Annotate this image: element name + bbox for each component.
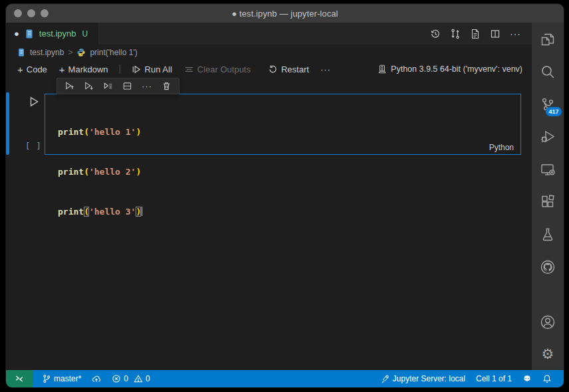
desktop: ● test.ipynb — jupyter-local ● test.i bbox=[0, 0, 569, 392]
close-window-button[interactable] bbox=[14, 9, 22, 17]
jupyter-server-status[interactable]: Jupyter Server: local bbox=[377, 370, 469, 387]
add-markdown-cell-button[interactable]: + Markdown bbox=[55, 63, 113, 76]
cell-language-picker[interactable]: Python bbox=[489, 143, 514, 152]
run-all-icon bbox=[132, 64, 142, 74]
kernel-picker[interactable]: Python 3.9.5 64-bit ('myvenv': venv) bbox=[378, 64, 522, 74]
editor-actions: ··· bbox=[430, 23, 532, 45]
status-bar-right: Jupyter Server: local Cell 1 of 1 bbox=[377, 370, 556, 387]
restart-label: Restart bbox=[281, 64, 309, 74]
vscode-window: ● test.ipynb — jupyter-local ● test.i bbox=[5, 3, 564, 388]
error-count: 0 bbox=[124, 374, 128, 383]
sidebar-item-extensions[interactable] bbox=[539, 193, 556, 211]
code-line[interactable]: print('hello 1') bbox=[58, 126, 520, 139]
split-cell-icon[interactable] bbox=[122, 81, 132, 91]
history-icon[interactable] bbox=[430, 29, 441, 39]
kernel-environment-icon bbox=[378, 64, 387, 74]
scm-pending-badge: 417 bbox=[546, 107, 562, 116]
code-line[interactable]: print('hello 2') bbox=[58, 165, 520, 179]
breadcrumb-file[interactable]: test.ipynb bbox=[30, 48, 64, 57]
breadcrumb-separator: > bbox=[68, 48, 72, 57]
breadcrumb-symbol[interactable]: print('hello 1') bbox=[90, 48, 137, 57]
compare-changes-icon[interactable] bbox=[450, 29, 461, 39]
sidebar-item-testing[interactable] bbox=[539, 226, 556, 243]
plus-icon: + bbox=[59, 64, 65, 74]
publish-changes-button[interactable] bbox=[88, 370, 105, 387]
jupyter-rocket-icon bbox=[381, 374, 390, 383]
settings-gear-icon: ⚙ bbox=[539, 346, 556, 362]
warning-count: 0 bbox=[146, 374, 150, 383]
remote-indicator[interactable] bbox=[6, 370, 33, 387]
cloud-upload-icon bbox=[92, 374, 101, 383]
notebook-icon bbox=[24, 29, 35, 39]
run-debug-icon bbox=[540, 129, 556, 145]
text-cursor bbox=[142, 207, 143, 216]
run-by-line-icon[interactable] bbox=[103, 81, 113, 91]
delete-cell-icon[interactable] bbox=[162, 81, 171, 91]
restart-button[interactable]: Restart bbox=[263, 63, 314, 76]
remote-indicator-icon bbox=[15, 374, 24, 383]
testing-icon bbox=[540, 227, 556, 243]
sidebar-item-run-debug[interactable] bbox=[539, 128, 556, 146]
notifications-button[interactable] bbox=[538, 370, 556, 387]
run-cell-button[interactable] bbox=[28, 96, 40, 108]
numbered-file-icon[interactable] bbox=[470, 29, 481, 39]
notebook-toolbar: + Code + Markdown Run All bbox=[6, 60, 532, 78]
account-icon bbox=[540, 314, 556, 330]
notebook-editor: ··· [ ] print('hello 1') print('hello 2'… bbox=[6, 78, 532, 370]
more-cell-actions-icon[interactable]: ··· bbox=[142, 81, 152, 91]
run-all-button[interactable]: Run All bbox=[127, 63, 177, 76]
branch-name: master* bbox=[54, 374, 81, 383]
sidebar-item-source-control[interactable]: 417 bbox=[539, 96, 556, 113]
error-icon bbox=[112, 374, 121, 383]
python-icon bbox=[76, 48, 86, 57]
clear-outputs-icon bbox=[184, 64, 194, 74]
copilot-status[interactable] bbox=[518, 370, 536, 387]
add-markdown-label: Markdown bbox=[68, 64, 108, 74]
minimize-window-button[interactable] bbox=[27, 9, 35, 17]
git-branch-status[interactable]: master* bbox=[38, 370, 85, 387]
add-code-cell-button[interactable]: + Code bbox=[13, 63, 52, 76]
cell-code[interactable]: print('hello 1') print('hello 2') print(… bbox=[45, 94, 520, 245]
sidebar-item-github[interactable] bbox=[539, 258, 556, 276]
sidebar-item-explorer[interactable] bbox=[539, 31, 556, 48]
copilot-icon bbox=[522, 374, 532, 383]
toolbar-divider bbox=[120, 64, 120, 74]
tab-test-ipynb[interactable]: ● test.ipynb U bbox=[6, 23, 99, 45]
status-bar: master* 0 0 bbox=[6, 370, 564, 387]
git-status-badge: U bbox=[82, 29, 88, 39]
sidebar-item-remote-explorer[interactable] bbox=[539, 161, 556, 178]
tab-label: test.ipynb bbox=[39, 29, 76, 39]
cell-toolbar: ··· bbox=[57, 78, 179, 94]
toolbar-more-button[interactable]: ··· bbox=[316, 63, 335, 76]
cell-position-label: Cell 1 of 1 bbox=[476, 374, 512, 383]
remote-explorer-icon bbox=[540, 161, 556, 177]
clear-outputs-label: Clear Outputs bbox=[197, 64, 251, 74]
kernel-label: Python 3.9.5 64-bit ('myvenv': venv) bbox=[391, 64, 522, 74]
code-line[interactable]: print('hello 3') bbox=[58, 205, 520, 219]
bell-icon bbox=[542, 374, 552, 383]
run-below-icon[interactable] bbox=[84, 81, 94, 91]
window-title: ● test.ipynb — jupyter-local bbox=[231, 9, 338, 19]
maximize-window-button[interactable] bbox=[41, 9, 49, 17]
warning-icon bbox=[134, 374, 143, 383]
run-all-label: Run All bbox=[145, 64, 172, 74]
extensions-icon bbox=[540, 194, 556, 210]
split-editor-icon[interactable] bbox=[490, 29, 501, 39]
tab-bar: ● test.ipynb U bbox=[6, 23, 532, 45]
cell-position-status[interactable]: Cell 1 of 1 bbox=[472, 370, 516, 387]
more-actions-icon[interactable]: ··· bbox=[510, 29, 521, 39]
clear-outputs-button[interactable]: Clear Outputs bbox=[179, 63, 255, 76]
accounts-button[interactable] bbox=[539, 314, 556, 331]
run-above-icon[interactable] bbox=[64, 81, 74, 91]
jupyter-server-label: Jupyter Server: local bbox=[393, 374, 465, 383]
restart-icon bbox=[268, 64, 278, 74]
sidebar-item-search[interactable] bbox=[539, 63, 556, 80]
traffic-lights bbox=[14, 9, 49, 17]
unsaved-dot-icon[interactable]: ● bbox=[14, 29, 19, 38]
problems-status[interactable]: 0 0 bbox=[108, 370, 154, 387]
code-cell[interactable]: print('hello 1') print('hello 2') print(… bbox=[45, 94, 521, 155]
activity-bar: 417 bbox=[532, 23, 564, 370]
breadcrumb: test.ipynb > print('hello 1') bbox=[6, 45, 532, 60]
settings-button[interactable]: ⚙ bbox=[539, 346, 556, 363]
search-icon bbox=[540, 64, 556, 80]
